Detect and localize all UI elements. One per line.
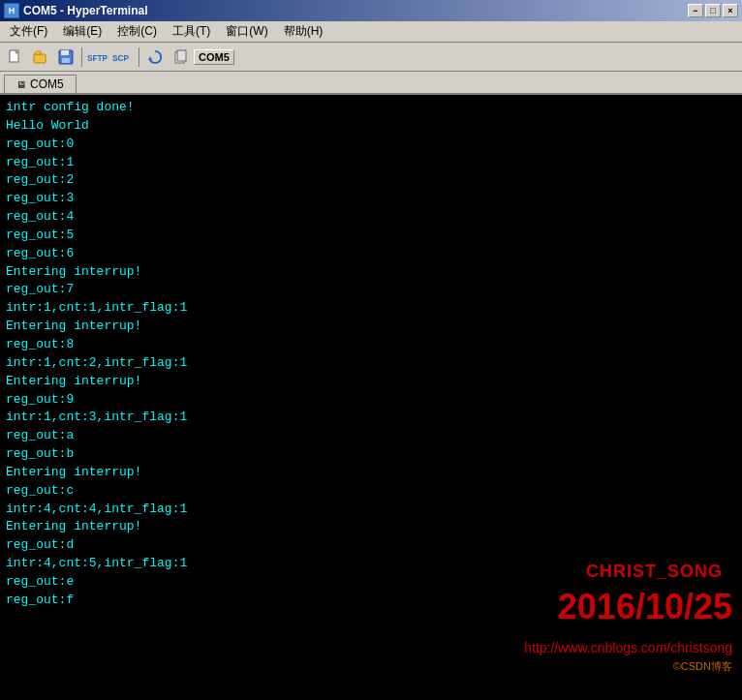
terminal-line-23: Entering interrup!: [6, 518, 736, 536]
menu-tools[interactable]: 工具(T): [165, 21, 218, 42]
tab-label: COM5: [30, 77, 64, 91]
terminal-line-7: reg_out:5: [6, 227, 736, 245]
terminal-line-12: Entering interrup!: [6, 318, 736, 336]
menu-control[interactable]: 控制(C): [109, 21, 165, 42]
terminal-line-4: reg_out:2: [6, 171, 736, 190]
menu-help[interactable]: 帮助(H): [276, 21, 331, 42]
svg-text:SCP: SCP: [112, 53, 129, 62]
terminal-icon: 🖥: [16, 79, 26, 90]
terminal-line-14: intr:1,cnt:2,intr_flag:1: [6, 354, 736, 373]
terminal-line-0: intr config done!: [6, 99, 736, 117]
window-controls: − □ ×: [688, 4, 738, 17]
toolbar-separator-2: [139, 47, 139, 67]
refresh-button[interactable]: [143, 46, 167, 69]
svg-marker-3: [34, 51, 41, 54]
terminal-line-2: reg_out:0: [6, 136, 736, 154]
svg-rect-2: [34, 54, 46, 63]
terminal-line-11: intr:1,cnt:1,intr_flag:1: [6, 299, 736, 318]
terminal-line-8: reg_out:6: [6, 245, 736, 263]
terminal-area[interactable]: intr config done! Hello World reg_out:0 …: [0, 95, 742, 700]
open-button[interactable]: [29, 46, 52, 69]
maximize-button[interactable]: □: [705, 4, 721, 17]
terminal-line-22: intr:4,cnt:4,intr_flag:1: [6, 501, 736, 519]
com-port-label: COM5: [194, 49, 234, 65]
minimize-button[interactable]: −: [688, 4, 703, 17]
terminal-line-24: reg_out:d: [6, 536, 736, 555]
terminal-line-5: reg_out:3: [6, 190, 736, 208]
close-button[interactable]: ×: [723, 4, 738, 17]
watermark-date: 2016/10/25: [558, 582, 732, 632]
svg-rect-11: [177, 50, 186, 61]
save-button[interactable]: [54, 46, 77, 69]
terminal-line-20: Entering interrup!: [6, 464, 736, 482]
scp-button[interactable]: SCP: [111, 46, 135, 69]
svg-text:SFTP: SFTP: [87, 53, 108, 62]
window-title: COM5 - HyperTerminal: [23, 4, 688, 17]
svg-rect-6: [62, 58, 70, 63]
terminal-line-13: reg_out:8: [6, 336, 736, 354]
terminal-line-15: Entering interrup!: [6, 373, 736, 391]
toolbar: SFTP SCP COM5: [0, 43, 742, 72]
watermark-csdn: ©CSDN博客: [673, 659, 732, 675]
menu-window[interactable]: 窗口(W): [218, 21, 275, 42]
terminal-line-21: reg_out:c: [6, 482, 736, 501]
title-bar: H COM5 - HyperTerminal − □ ×: [0, 0, 742, 21]
com5-tab[interactable]: 🖥 COM5: [4, 75, 77, 93]
terminal-line-18: reg_out:a: [6, 427, 736, 445]
svg-rect-5: [61, 50, 69, 55]
terminal-line-19: reg_out:b: [6, 445, 736, 464]
new-button[interactable]: [4, 46, 27, 69]
terminal-line-3: reg_out:1: [6, 154, 736, 172]
terminal-line-6: reg_out:4: [6, 208, 736, 227]
svg-marker-9: [148, 56, 152, 60]
terminal-line-16: reg_out:9: [6, 391, 736, 410]
terminal-line-1: Hello World: [6, 117, 736, 136]
terminal-line-17: intr:1,cnt:3,intr_flag:1: [6, 409, 736, 427]
toolbar-separator-1: [81, 47, 82, 67]
copy-button[interactable]: [169, 46, 192, 69]
watermark-author: CHRIST_SONG: [586, 559, 723, 584]
terminal-line-10: reg_out:7: [6, 281, 736, 299]
tab-bar: 🖥 COM5: [0, 72, 742, 95]
terminal-line-9: Entering interrup!: [6, 263, 736, 282]
sftp-button[interactable]: SFTP: [86, 46, 109, 69]
menu-file[interactable]: 文件(F): [2, 21, 55, 42]
menu-bar: 文件(F) 编辑(E) 控制(C) 工具(T) 窗口(W) 帮助(H): [0, 21, 742, 43]
watermark-url: http://www.cnblogs.com/christsong: [524, 638, 732, 657]
app-icon: H: [4, 3, 19, 18]
menu-edit[interactable]: 编辑(E): [55, 21, 109, 42]
